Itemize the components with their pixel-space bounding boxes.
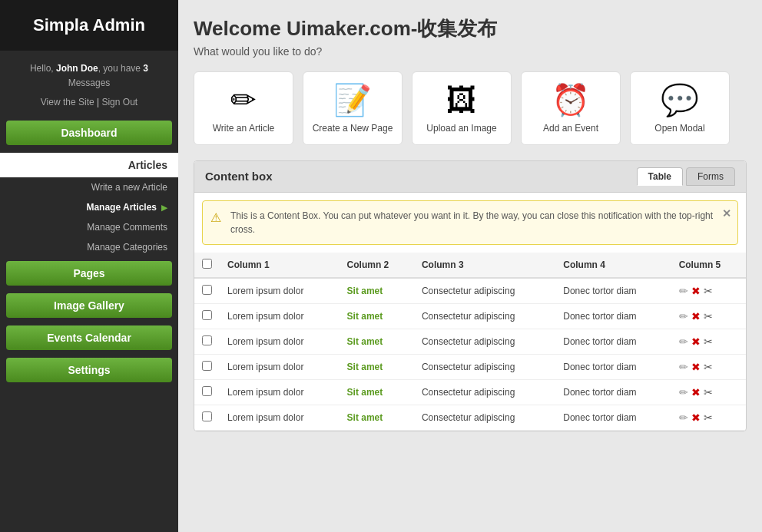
add-event-icon: ⏰ bbox=[552, 84, 590, 115]
row-checkbox-cell[interactable] bbox=[194, 303, 220, 329]
row-col2[interactable]: Sit amet bbox=[340, 354, 414, 379]
page-title: Welcome Uimaker.com-收集发布 bbox=[194, 15, 747, 42]
warning-icon: ⚠ bbox=[210, 209, 221, 227]
tab-group: Table Forms bbox=[637, 167, 735, 186]
cut-icon[interactable]: ✂ bbox=[704, 335, 713, 348]
edit-icon[interactable]: ✏ bbox=[679, 411, 688, 424]
content-box: Content box Table Forms ⚠ This is a Cont… bbox=[194, 160, 747, 431]
row-col5: ✏ ✖ ✂ bbox=[671, 303, 746, 329]
open-modal-label: Open Modal bbox=[654, 123, 704, 135]
sidebar-item-manage-articles[interactable]: Manage Articles bbox=[0, 197, 178, 217]
row-col1: Lorem ipsum dolor bbox=[220, 354, 340, 379]
row-col1: Lorem ipsum dolor bbox=[220, 329, 340, 354]
table-body: Lorem ipsum dolor Sit amet Consectetur a… bbox=[194, 278, 746, 431]
write-article-label: Write an Article bbox=[213, 123, 274, 135]
cut-icon[interactable]: ✂ bbox=[704, 310, 713, 322]
upload-image-icon: 🖼 bbox=[446, 84, 477, 115]
row-col3: Consectetur adipiscing bbox=[414, 405, 555, 430]
row-col4: Donec tortor diam bbox=[555, 329, 671, 354]
row-col4: Donec tortor diam bbox=[555, 354, 671, 379]
sidebar-item-write-article[interactable]: Write a new Article bbox=[0, 177, 178, 197]
delete-icon[interactable]: ✖ bbox=[691, 411, 701, 424]
action-upload-image[interactable]: 🖼 Upload an Image bbox=[412, 71, 512, 145]
tab-forms[interactable]: Forms bbox=[686, 167, 735, 186]
row-col3: Consectetur adipiscing bbox=[414, 303, 555, 329]
action-add-event[interactable]: ⏰ Add an Event bbox=[521, 71, 621, 145]
row-col2[interactable]: Sit amet bbox=[340, 303, 414, 329]
sidebar-messages-label: Messages bbox=[68, 78, 111, 88]
table-row: Lorem ipsum dolor Sit amet Consectetur a… bbox=[194, 329, 746, 354]
row-checkbox-cell[interactable] bbox=[194, 405, 220, 430]
row-checkbox-cell[interactable] bbox=[194, 354, 220, 379]
table-row: Lorem ipsum dolor Sit amet Consectetur a… bbox=[194, 379, 746, 405]
row-col4: Donec tortor diam bbox=[555, 405, 671, 430]
edit-icon[interactable]: ✏ bbox=[679, 285, 688, 297]
sidebar-message-count: 3 bbox=[143, 63, 148, 74]
add-event-label: Add an Event bbox=[543, 123, 598, 135]
action-create-page[interactable]: 📝 Create a New Page bbox=[303, 71, 403, 145]
row-col5: ✏ ✖ ✂ bbox=[671, 379, 746, 405]
cut-icon[interactable]: ✂ bbox=[704, 386, 713, 398]
row-checkbox-cell[interactable] bbox=[194, 329, 220, 354]
content-box-header: Content box Table Forms bbox=[194, 161, 746, 193]
sign-out-link[interactable]: Sign Out bbox=[101, 97, 137, 107]
row-checkbox[interactable] bbox=[202, 411, 212, 421]
cut-icon[interactable]: ✂ bbox=[704, 285, 713, 297]
sidebar-greeting: Hello, bbox=[30, 63, 56, 74]
delete-icon[interactable]: ✖ bbox=[691, 386, 701, 398]
row-checkbox[interactable] bbox=[202, 386, 212, 396]
sidebar-item-manage-categories[interactable]: Manage Categories bbox=[0, 237, 178, 257]
create-page-label: Create a New Page bbox=[313, 123, 393, 135]
events-calendar-button[interactable]: Events Calendar bbox=[6, 325, 172, 350]
row-checkbox-cell[interactable] bbox=[194, 379, 220, 405]
action-write-article[interactable]: ✏ Write an Article bbox=[194, 71, 293, 145]
row-col1: Lorem ipsum dolor bbox=[220, 379, 340, 405]
sidebar-links: View the Site | Sign Out bbox=[0, 97, 178, 117]
row-checkbox[interactable] bbox=[202, 285, 212, 295]
row-col1: Lorem ipsum dolor bbox=[220, 278, 340, 304]
sidebar-section-header-articles: Articles bbox=[0, 153, 178, 177]
edit-icon[interactable]: ✏ bbox=[679, 310, 688, 322]
table-row: Lorem ipsum dolor Sit amet Consectetur a… bbox=[194, 354, 746, 379]
row-checkbox-cell[interactable] bbox=[194, 278, 220, 304]
image-gallery-button[interactable]: Image Gallery bbox=[6, 293, 172, 318]
cut-icon[interactable]: ✂ bbox=[704, 411, 713, 424]
table-header-row: Column 1 Column 2 Column 3 Column 4 Colu… bbox=[194, 253, 746, 278]
delete-icon[interactable]: ✖ bbox=[691, 285, 701, 297]
quick-actions: ✏ Write an Article 📝 Create a New Page 🖼… bbox=[194, 71, 747, 145]
notification-close-button[interactable]: ✕ bbox=[722, 206, 731, 222]
action-open-modal[interactable]: 💬 Open Modal bbox=[630, 71, 730, 145]
row-col4: Donec tortor diam bbox=[555, 303, 671, 329]
delete-icon[interactable]: ✖ bbox=[691, 310, 701, 322]
row-checkbox[interactable] bbox=[202, 335, 212, 345]
settings-button[interactable]: Settings bbox=[6, 358, 172, 382]
cut-icon[interactable]: ✂ bbox=[704, 361, 713, 373]
row-col2[interactable]: Sit amet bbox=[340, 405, 414, 430]
pages-button[interactable]: Pages bbox=[6, 261, 172, 286]
row-col2[interactable]: Sit amet bbox=[340, 379, 414, 405]
row-checkbox[interactable] bbox=[202, 361, 212, 371]
row-col4: Donec tortor diam bbox=[555, 278, 671, 304]
edit-icon[interactable]: ✏ bbox=[679, 361, 688, 373]
row-col5: ✏ ✖ ✂ bbox=[671, 405, 746, 430]
write-article-icon: ✏ bbox=[230, 84, 257, 115]
dashboard-button[interactable]: Dashboard bbox=[6, 121, 172, 145]
col4-header: Column 4 bbox=[555, 253, 671, 278]
view-site-link[interactable]: View the Site bbox=[41, 97, 94, 107]
table-row: Lorem ipsum dolor Sit amet Consectetur a… bbox=[194, 303, 746, 329]
upload-image-label: Upload an Image bbox=[426, 123, 496, 135]
col1-header: Column 1 bbox=[220, 253, 340, 278]
edit-icon[interactable]: ✏ bbox=[679, 386, 688, 398]
notification-box: ⚠ This is a Content Box. You can put wha… bbox=[202, 200, 738, 245]
edit-icon[interactable]: ✏ bbox=[679, 335, 688, 348]
select-all-checkbox[interactable] bbox=[202, 259, 212, 269]
tab-table[interactable]: Table bbox=[637, 167, 683, 186]
row-col2[interactable]: Sit amet bbox=[340, 329, 414, 354]
delete-icon[interactable]: ✖ bbox=[691, 335, 701, 348]
row-checkbox[interactable] bbox=[202, 310, 212, 320]
row-col2[interactable]: Sit amet bbox=[340, 278, 414, 304]
sidebar-item-manage-comments[interactable]: Manage Comments bbox=[0, 217, 178, 237]
delete-icon[interactable]: ✖ bbox=[691, 361, 701, 373]
col5-header: Column 5 bbox=[671, 253, 746, 278]
sidebar-username: John Doe bbox=[56, 63, 98, 74]
